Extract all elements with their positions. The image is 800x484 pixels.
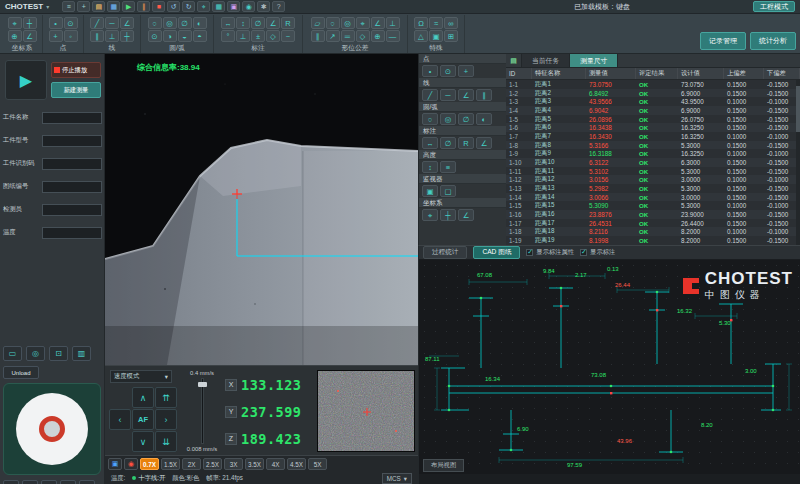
light-control-icon[interactable]: ◆ <box>79 480 95 484</box>
tool-icon[interactable]: ▣ <box>422 185 438 197</box>
speed-mode-select[interactable]: 速度模式 ▾ <box>110 370 172 383</box>
tool-icon[interactable]: ∠ <box>458 209 474 221</box>
tool-icon[interactable]: • <box>422 65 438 77</box>
ribbon-tool-icon[interactable]: ┼ <box>120 30 134 42</box>
table-row[interactable]: 1-14距离143.0066OK3.00000.1500-0.1500 <box>506 193 800 202</box>
sidebar-tool-icon[interactable]: ◎ <box>26 346 45 361</box>
record-button[interactable]: ◉ <box>124 458 138 470</box>
ribbon-tool-icon[interactable]: ⌖ <box>8 17 22 29</box>
ribbon-tool-icon[interactable]: ═ <box>341 30 355 42</box>
field-input-3[interactable] <box>42 181 102 193</box>
light-control-icon[interactable]: ▤ <box>3 480 19 484</box>
new-file-icon[interactable]: + <box>77 1 90 12</box>
ribbon-tool-icon[interactable]: ─ <box>105 17 119 29</box>
play-icon[interactable]: ▶ <box>122 1 135 12</box>
table-row[interactable]: 1-15距离155.3090OK5.30000.1000-0.1000 <box>506 201 800 210</box>
ribbon-tool-icon[interactable]: ⊥ <box>386 17 400 29</box>
app-menu-caret-icon[interactable]: ▾ <box>46 3 49 10</box>
zoom-4.5x-button[interactable]: 4.5X <box>287 458 306 470</box>
camera-view[interactable]: 综合信息率:38.94 <box>105 54 418 365</box>
open-file-icon[interactable]: ▤ <box>92 1 105 12</box>
zoom-0.7x-button[interactable]: 0.7X <box>140 458 159 470</box>
table-row[interactable]: 1-3距离343.9566OK43.95000.1000-0.1000 <box>506 97 800 106</box>
jog-right-button[interactable]: › <box>155 409 177 430</box>
stop-playback-button[interactable]: 停止播放 <box>51 62 101 78</box>
ribbon-tool-icon[interactable]: ∠ <box>120 17 134 29</box>
tool-icon[interactable]: ◎ <box>440 113 456 125</box>
ribbon-tool-icon[interactable]: ⊞ <box>444 30 458 42</box>
tool-icon[interactable]: ∅ <box>440 137 456 149</box>
ribbon-tool-icon[interactable]: ↕ <box>236 17 250 29</box>
sidebar-tool-icon[interactable]: ⊡ <box>49 346 68 361</box>
ribbon-tool-icon[interactable]: + <box>49 30 63 42</box>
ribbon-tool-icon[interactable]: ∠ <box>266 17 280 29</box>
tool-icon[interactable]: ↕ <box>422 161 438 173</box>
jog-down-fast-button[interactable]: ⇊ <box>155 431 177 452</box>
ribbon-tool-icon[interactable]: • <box>49 17 63 29</box>
ribbon-tool-icon[interactable]: ∅ <box>251 17 265 29</box>
ribbon-tool-icon[interactable]: ○ <box>148 17 162 29</box>
tab-measure-dimensions[interactable]: 测量尺寸 <box>570 54 618 67</box>
field-input-5[interactable] <box>42 227 102 239</box>
color-status[interactable]: 颜色:彩色 <box>172 474 199 483</box>
tool-icon[interactable]: ┼ <box>440 209 456 221</box>
sidebar-tool-icon[interactable]: ▥ <box>72 346 91 361</box>
table-scrollbar[interactable] <box>796 80 800 245</box>
table-row[interactable]: 1-12距离123.0156OK3.00000.1000-0.1000 <box>506 175 800 184</box>
table-row[interactable]: 1-13距离135.2982OK5.30000.1500-0.1500 <box>506 184 800 193</box>
redo-icon[interactable]: ↻ <box>182 1 195 12</box>
sidebar-tool-icon[interactable]: ▭ <box>3 346 22 361</box>
jog-up-button[interactable]: ∧ <box>132 387 154 408</box>
ribbon-tool-icon[interactable]: ⊥ <box>105 30 119 42</box>
stop-icon[interactable]: ■ <box>152 1 165 12</box>
tab-cad-drawing[interactable]: CAD 图纸 <box>473 246 520 259</box>
table-row[interactable]: 1-19距离198.1998OK8.20000.1500-0.1500 <box>506 236 800 245</box>
table-row[interactable]: 1-4距离46.9042OK6.90000.1500-0.1500 <box>506 106 800 115</box>
ribbon-tool-icon[interactable]: ◇ <box>356 30 370 42</box>
table-row[interactable]: 1-9距离916.3188OK16.32500.1000-0.1000 <box>506 149 800 158</box>
ribbon-tool-icon[interactable]: ~ <box>281 30 295 42</box>
tool-icon[interactable]: ∠ <box>476 137 492 149</box>
ribbon-tool-icon[interactable]: ○ <box>326 17 340 29</box>
ribbon-tool-icon[interactable]: ┼ <box>23 17 37 29</box>
tab-current-task[interactable]: 当前任务 <box>522 54 570 67</box>
ribbon-tool-icon[interactable]: ∥ <box>90 30 104 42</box>
tool-icon[interactable]: ∠ <box>458 89 474 101</box>
ribbon-tool-icon[interactable]: Ω <box>414 17 428 29</box>
capture-button[interactable]: ▣ <box>108 458 122 470</box>
capture-icon[interactable]: ▣ <box>227 1 240 12</box>
pause-icon[interactable]: ∥ <box>137 1 150 12</box>
ribbon-tool-icon[interactable]: ⊙ <box>148 30 162 42</box>
ribbon-tool-icon[interactable]: ▱ <box>311 17 325 29</box>
table-row[interactable]: 1-17距离1726.4531OK26.44000.1500-0.1500 <box>506 219 800 228</box>
ribbon-tool-icon[interactable]: ◎ <box>163 17 177 29</box>
record-manage-button[interactable]: 记录管理 <box>700 32 746 50</box>
ribbon-tool-icon[interactable]: ≈ <box>429 17 443 29</box>
ribbon-tool-icon[interactable]: ◇ <box>266 30 280 42</box>
ribbon-tool-icon[interactable]: ± <box>251 30 265 42</box>
zoom-2x-button[interactable]: 2X <box>182 458 201 470</box>
ribbon-tool-icon[interactable]: ◒ <box>178 30 192 42</box>
zoom-3.5x-button[interactable]: 3.5X <box>245 458 264 470</box>
ribbon-tool-icon[interactable]: ◐ <box>193 17 207 29</box>
table-row[interactable]: 1-18距离188.2116OK8.20000.1000-0.1000 <box>506 227 800 236</box>
ribbon-tool-icon[interactable]: ⊙ <box>64 17 78 29</box>
field-input-4[interactable] <box>42 204 102 216</box>
tool-icon[interactable]: ↔ <box>422 137 438 149</box>
tool-icon[interactable]: R <box>458 137 474 149</box>
save-icon[interactable]: ▦ <box>107 1 120 12</box>
tool-icon[interactable]: ○ <box>422 113 438 125</box>
tool-icon[interactable]: ⌖ <box>422 209 438 221</box>
tool-icon[interactable]: ≡ <box>440 161 456 173</box>
jog-down-button[interactable]: ∨ <box>132 431 154 452</box>
ribbon-tool-icon[interactable]: ∠ <box>371 17 385 29</box>
ribbon-tool-icon[interactable]: ◑ <box>163 30 177 42</box>
table-row[interactable]: 1-2距离26.8492OK6.90000.1500-0.1500 <box>506 89 800 98</box>
ribbon-tool-icon[interactable]: — <box>386 30 400 42</box>
cad-canvas[interactable]: 67.089.842.170.1326.4416.325.3087.1116.3… <box>419 260 800 474</box>
table-row[interactable]: 1-16距离1623.8876OK23.90000.1500-0.1500 <box>506 210 800 219</box>
field-input-2[interactable] <box>42 158 102 170</box>
menu-icon[interactable]: ≡ <box>62 1 75 12</box>
show-annotations-checkbox[interactable]: 显示标注 <box>580 248 615 257</box>
tool-icon[interactable]: ─ <box>440 89 456 101</box>
